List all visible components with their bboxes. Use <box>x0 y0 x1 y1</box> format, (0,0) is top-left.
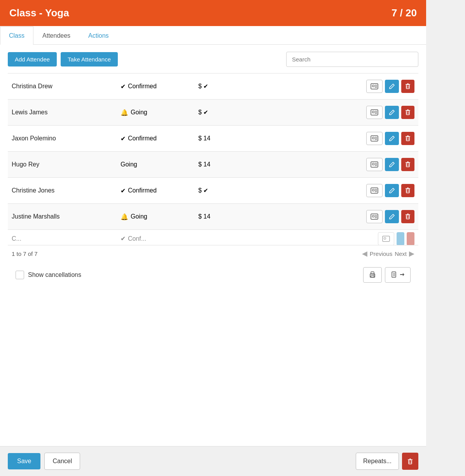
show-cancellations-checkbox[interactable] <box>16 271 24 279</box>
edit-button[interactable] <box>397 232 404 245</box>
previous-arrow-icon: ◀ <box>362 249 367 258</box>
edit-button[interactable] <box>385 106 399 119</box>
bell-icon: 🔔 <box>121 109 128 116</box>
edit-button[interactable] <box>385 132 399 145</box>
table-row: Justine Marshalls 🔔 Going $ 14 <box>8 204 418 230</box>
toolbar: Add Attendee Take Attendance <box>8 52 418 67</box>
delete-button[interactable] <box>401 106 414 119</box>
tab-bar: Class Attendees Actions <box>0 26 426 45</box>
search-input[interactable] <box>286 52 418 67</box>
delete-button[interactable] <box>401 132 414 145</box>
trash-icon <box>405 135 411 142</box>
attendee-payment: $ 14 <box>198 135 245 142</box>
trash-icon <box>407 458 413 465</box>
delete-button[interactable] <box>401 184 414 197</box>
svg-rect-5 <box>406 85 409 89</box>
contact-card-icon <box>371 214 378 220</box>
attendee-name: Lewis James <box>12 109 121 116</box>
attendee-actions <box>366 80 414 93</box>
attendee-actions <box>366 184 414 197</box>
svg-rect-41 <box>406 189 409 193</box>
svg-rect-23 <box>406 137 409 141</box>
attendee-payment: $ 14 <box>198 161 245 168</box>
contact-card-icon <box>371 161 378 168</box>
attendee-payment: $ 14 <box>198 213 245 220</box>
edit-button[interactable] <box>385 158 399 171</box>
footer-right: Repeats... <box>356 453 418 470</box>
print-icon <box>369 271 376 278</box>
contact-button[interactable] <box>366 106 383 119</box>
attendee-name: Jaxon Polemino <box>12 135 121 142</box>
check-icon: ✔ <box>121 135 126 142</box>
trash-icon <box>405 161 411 168</box>
contact-button[interactable] <box>366 184 383 197</box>
previous-button[interactable]: Previous <box>370 250 392 257</box>
attendee-status: ✔ Confirmed <box>121 135 198 142</box>
attendee-payment: $ ✔ <box>198 83 245 90</box>
edit-icon <box>389 187 395 194</box>
delete-button[interactable] <box>401 158 414 171</box>
next-button[interactable]: Next <box>395 250 407 257</box>
contact-button[interactable] <box>366 80 383 93</box>
edit-icon <box>389 83 395 89</box>
svg-point-46 <box>372 215 374 217</box>
attendee-actions <box>366 210 414 223</box>
tab-attendees[interactable]: Attendees <box>33 26 79 45</box>
next-arrow-icon: ▶ <box>409 249 414 258</box>
attendee-status: ✔ Confirmed <box>121 83 198 90</box>
attendee-actions <box>366 132 414 145</box>
svg-point-28 <box>372 163 374 165</box>
pagination-info: 1 to 7 of 7 <box>12 250 38 257</box>
contact-card-icon <box>371 187 378 194</box>
take-attendance-button[interactable]: Take Attendance <box>61 52 118 66</box>
trash-icon <box>405 187 411 194</box>
export-button[interactable] <box>385 267 411 283</box>
footer-delete-button[interactable] <box>402 453 418 470</box>
contact-card-icon <box>382 236 390 242</box>
document-icon <box>391 271 398 278</box>
contact-button[interactable] <box>366 210 383 223</box>
table-row: Christina Drew ✔ Confirmed $ ✔ <box>8 74 418 100</box>
table-row: Lewis James 🔔 Going $ ✔ <box>8 100 418 126</box>
contact-button[interactable] <box>366 158 383 171</box>
page-title: Class - Yoga <box>9 7 69 19</box>
attendee-actions <box>366 158 414 171</box>
table-row: Christine Jones ✔ Confirmed $ ✔ <box>8 178 418 204</box>
contact-button[interactable] <box>378 232 394 245</box>
edit-icon <box>389 109 395 116</box>
attendee-payment: $ ✔ <box>198 187 245 194</box>
add-attendee-button[interactable]: Add Attendee <box>8 52 57 66</box>
attendee-status: 🔔 Going <box>121 213 198 220</box>
attendee-name: Hugo Rey <box>12 161 121 168</box>
class-count: 7 / 20 <box>392 7 417 19</box>
trash-icon <box>405 83 411 89</box>
table-row: Hugo Rey Going $ 14 <box>8 152 418 178</box>
delete-button[interactable] <box>401 80 414 93</box>
tab-class[interactable]: Class <box>0 26 33 45</box>
attendee-status-partial: ✔ Conf... <box>121 235 198 242</box>
attendee-status: 🔔 Going <box>121 109 198 116</box>
edit-button[interactable] <box>385 184 399 197</box>
edit-button[interactable] <box>385 210 399 223</box>
contact-button[interactable] <box>366 132 383 145</box>
main-content: Add Attendee Take Attendance Christina D… <box>0 45 426 446</box>
repeats-button[interactable]: Repeats... <box>356 453 399 470</box>
svg-point-19 <box>372 137 374 139</box>
pagination-nav: ◀ Previous Next ▶ <box>362 249 414 258</box>
cancel-button[interactable]: Cancel <box>44 453 80 470</box>
svg-rect-14 <box>406 111 409 115</box>
check-icon: ✔ <box>121 187 126 194</box>
svg-rect-50 <box>406 215 409 219</box>
attendee-status: ✔ Confirmed <box>121 187 198 194</box>
edit-button[interactable] <box>385 80 399 93</box>
svg-rect-64 <box>409 460 412 464</box>
svg-point-59 <box>374 275 374 275</box>
save-button[interactable]: Save <box>8 453 40 469</box>
check-icon-partial: ✔ <box>121 235 126 242</box>
delete-button[interactable] <box>401 210 414 223</box>
tab-actions[interactable]: Actions <box>79 26 117 45</box>
attendee-name: Christina Drew <box>12 83 121 90</box>
delete-button[interactable] <box>407 232 414 245</box>
contact-card-icon <box>371 135 378 142</box>
print-button[interactable] <box>363 267 382 283</box>
